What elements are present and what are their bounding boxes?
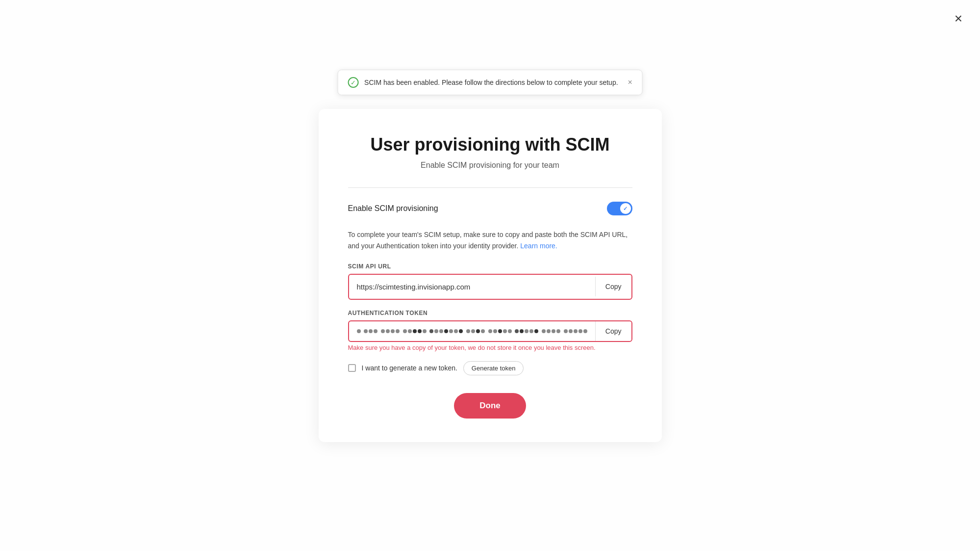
modal-container: ✓ SCIM has been enabled. Please follow t… xyxy=(319,109,662,442)
auth-token-field: Authentication token xyxy=(348,310,632,351)
toggle-label: Enable SCIM provisioning xyxy=(348,204,438,213)
dot-group-9 xyxy=(542,329,560,333)
auth-token-input-row: Copy xyxy=(348,320,632,342)
dot-group-3 xyxy=(381,329,400,333)
new-token-label: I want to generate a new token. xyxy=(362,364,457,372)
description-text: To complete your team's SCIM setup, make… xyxy=(348,229,632,251)
dot-group-7 xyxy=(488,329,512,333)
dot-group-5 xyxy=(429,329,463,333)
auth-token-dots xyxy=(349,321,595,341)
toggle-knob: ✓ xyxy=(620,203,631,214)
new-token-row: I want to generate a new token. Generate… xyxy=(348,361,632,375)
dot-group-4 xyxy=(403,329,427,333)
auth-token-label: Authentication token xyxy=(348,310,632,316)
learn-more-link[interactable]: Learn more. xyxy=(520,242,557,250)
done-button[interactable]: Done xyxy=(454,393,526,419)
new-token-checkbox[interactable] xyxy=(348,364,356,372)
modal-overlay: × ✓ SCIM has been enabled. Please follow… xyxy=(0,0,980,551)
done-button-row: Done xyxy=(348,393,632,419)
scim-api-url-input-row: Copy xyxy=(348,274,632,300)
toggle-check-icon: ✓ xyxy=(623,206,628,212)
close-button[interactable]: × xyxy=(955,12,962,26)
toast-success-icon: ✓ xyxy=(348,77,358,88)
scim-toggle[interactable]: ✓ xyxy=(607,202,632,215)
dot-group-2 xyxy=(364,329,377,333)
scim-api-url-field: SCIM API URL Copy xyxy=(348,263,632,300)
scim-api-url-input[interactable] xyxy=(349,275,595,299)
auth-token-warning: Make sure you have a copy of your token,… xyxy=(348,344,632,351)
dot-group-8 xyxy=(515,329,538,333)
toast-notification: ✓ SCIM has been enabled. Please follow t… xyxy=(337,70,643,95)
scim-api-url-copy-button[interactable]: Copy xyxy=(595,277,631,296)
auth-token-copy-button[interactable]: Copy xyxy=(595,321,631,341)
dot-group-1 xyxy=(357,329,361,333)
toast-message: SCIM has been enabled. Please follow the… xyxy=(364,79,618,86)
generate-token-button[interactable]: Generate token xyxy=(463,361,524,375)
page-title: User provisioning with SCIM xyxy=(348,134,632,155)
dot-group-10 xyxy=(564,329,587,333)
scim-api-url-label: SCIM API URL xyxy=(348,263,632,270)
toast-close-button[interactable]: × xyxy=(628,78,632,87)
dot-group-6 xyxy=(466,329,485,333)
description-text-before-link: To complete your team's SCIM setup, make… xyxy=(348,231,628,249)
page-subtitle: Enable SCIM provisioning for your team xyxy=(348,161,632,170)
section-divider xyxy=(348,187,632,188)
scim-toggle-row: Enable SCIM provisioning ✓ xyxy=(348,202,632,215)
